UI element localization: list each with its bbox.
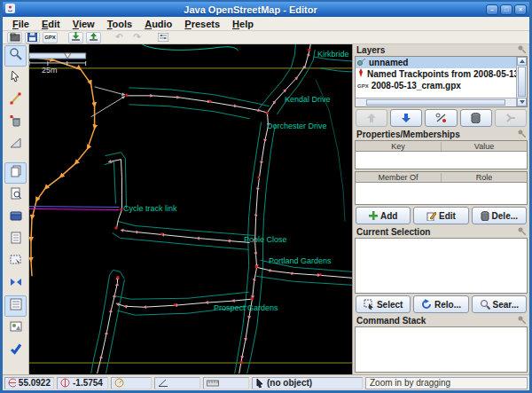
maximize-button[interactable]: □: [500, 4, 512, 15]
menu-file[interactable]: File: [6, 19, 35, 29]
history-dialog-button[interactable]: [4, 207, 27, 228]
scrollbar-thumb[interactable]: [366, 99, 505, 106]
layers-vertical-scrollbar[interactable]: [516, 57, 527, 106]
heading-field: [111, 377, 152, 389]
download-button[interactable]: [68, 32, 83, 43]
selection-list[interactable]: [355, 238, 528, 294]
latitude-value: 55.0922: [19, 378, 51, 388]
latitude-field: 55.0922: [4, 377, 54, 389]
annotation-dialog-button[interactable]: [4, 318, 27, 339]
command-stack-section-header: Command Stack: [353, 315, 529, 326]
scroll-down-button[interactable]: [517, 98, 527, 106]
pin-icon[interactable]: [518, 45, 526, 55]
map-scale-label: 25m: [42, 66, 58, 75]
close-button[interactable]: ×: [514, 4, 527, 15]
edit-button[interactable]: Edit: [413, 207, 468, 224]
undo-button[interactable]: ↶: [112, 32, 127, 43]
layers-title: Layers: [356, 45, 385, 55]
pin-icon[interactable]: [518, 227, 526, 237]
minimize-button[interactable]: –: [486, 4, 498, 15]
layer-move-up-button[interactable]: [356, 109, 387, 127]
image-icon: [9, 319, 23, 337]
selection-button-row: Select Relo... Sear...: [353, 294, 529, 315]
redo-icon: ↷: [133, 33, 140, 42]
add-button[interactable]: Add: [356, 207, 411, 224]
select-button[interactable]: Select: [356, 295, 411, 313]
memberships-table-header: Member Of Role: [356, 172, 527, 183]
save-button[interactable]: [25, 32, 40, 43]
layer-item-trackpoints[interactable]: Named Trackpoints from 2008-05-13_cra: [356, 68, 516, 80]
search-button[interactable]: Sear...: [472, 295, 527, 313]
layer-move-down-button[interactable]: [390, 109, 422, 127]
longitude-value: -1.5754: [73, 378, 103, 388]
zoom-to-selection-button[interactable]: [4, 273, 27, 295]
properties-table[interactable]: Key Value: [355, 140, 528, 169]
marker-layer-icon: [357, 68, 364, 80]
delete-button[interactable]: Dele...: [472, 207, 527, 224]
upload-button[interactable]: [86, 32, 101, 43]
menu-presets[interactable]: Presets: [178, 19, 226, 29]
clock-icon: [114, 378, 124, 388]
command-stack-dialog-button[interactable]: [4, 295, 27, 317]
street-label-dorchester-drive: Dorchester Drive: [267, 122, 327, 130]
search-icon: [480, 299, 490, 310]
menu-view[interactable]: View: [66, 19, 101, 29]
edit-toolbar: [3, 44, 29, 374]
layer-item-unnamed[interactable]: unnamed: [356, 57, 516, 68]
street-label-portland-gardens: Portland Gardens: [269, 256, 332, 265]
edit-button-label: Edit: [439, 211, 456, 221]
ruler-triangle-icon: [9, 136, 23, 153]
tags-dialog-button[interactable]: [4, 229, 27, 250]
redo-button[interactable]: ↷: [129, 32, 145, 43]
pencil-icon: [426, 211, 436, 221]
longitude-icon: [60, 378, 70, 388]
move-mode-button[interactable]: [4, 67, 27, 89]
list-icon: [9, 231, 23, 248]
arrow-down-icon: [401, 113, 411, 123]
add-button-label: Add: [380, 211, 397, 221]
layers-horizontal-scrollbar[interactable]: [356, 98, 516, 106]
preferences-button[interactable]: [155, 32, 170, 43]
latitude-icon: [8, 378, 16, 388]
layers-rows: unnamed Named Trackpoints from 2008-05-1…: [356, 57, 516, 106]
java-app-icon: [5, 4, 15, 15]
reload-button[interactable]: Relo...: [413, 295, 468, 313]
scrollbar-thumb[interactable]: [518, 67, 526, 97]
triangle-down-icon: [520, 100, 525, 104]
layer-delete-button[interactable]: [460, 109, 492, 127]
validate-button[interactable]: [4, 340, 27, 361]
scroll-up-button[interactable]: [517, 57, 527, 66]
layers-dialog-button[interactable]: [4, 162, 27, 184]
draw-node-button[interactable]: [4, 90, 27, 111]
layer-merge-button[interactable]: [495, 109, 527, 127]
pin-icon[interactable]: [518, 316, 526, 326]
command-stack-title: Command Stack: [356, 316, 426, 326]
properties-dialog-button[interactable]: [4, 185, 27, 206]
layer-name: unnamed: [369, 58, 408, 67]
menu-tools[interactable]: Tools: [101, 19, 139, 29]
pin-icon[interactable]: [518, 130, 526, 139]
layer-item-gpx[interactable]: GPX 2008-05-13_cram.gpx: [356, 80, 516, 91]
delete-mode-button[interactable]: [4, 112, 27, 133]
map-canvas[interactable]: 25m Kirkbride Kendal Drive Dorchester Dr…: [29, 44, 352, 374]
selection-rect-icon: [9, 253, 23, 271]
street-label-cycle-track-link: Cycle track link: [123, 204, 177, 213]
export-gpx-button[interactable]: GPX: [43, 32, 58, 43]
command-stack-list[interactable]: [355, 326, 528, 373]
layer-show-hide-button[interactable]: [425, 109, 457, 127]
menu-edit[interactable]: Edit: [35, 19, 66, 29]
layer-name: Named Trackpoints from 2008-05-13_cra: [367, 69, 516, 79]
menu-audio[interactable]: Audio: [138, 19, 178, 29]
status-hint-field: Zoom in by dragging: [365, 377, 528, 389]
zoom-mode-button[interactable]: [4, 45, 27, 67]
open-file-button[interactable]: [7, 32, 22, 43]
menu-help[interactable]: Help: [226, 19, 260, 29]
preferences-icon: [158, 29, 168, 45]
titlebar: Java OpenStreetMap - Editor – □ ×: [3, 2, 529, 17]
menubar: File Edit View Tools Audio Presets Help: [3, 17, 529, 31]
trash-icon: [481, 211, 489, 221]
memberships-table[interactable]: Member Of Role: [355, 171, 528, 205]
selection-dialog-button[interactable]: [4, 251, 27, 272]
statusbar: 55.0922 -1.5754 (no object) Zoom in by d…: [3, 374, 529, 390]
measure-mode-button[interactable]: [4, 134, 27, 155]
